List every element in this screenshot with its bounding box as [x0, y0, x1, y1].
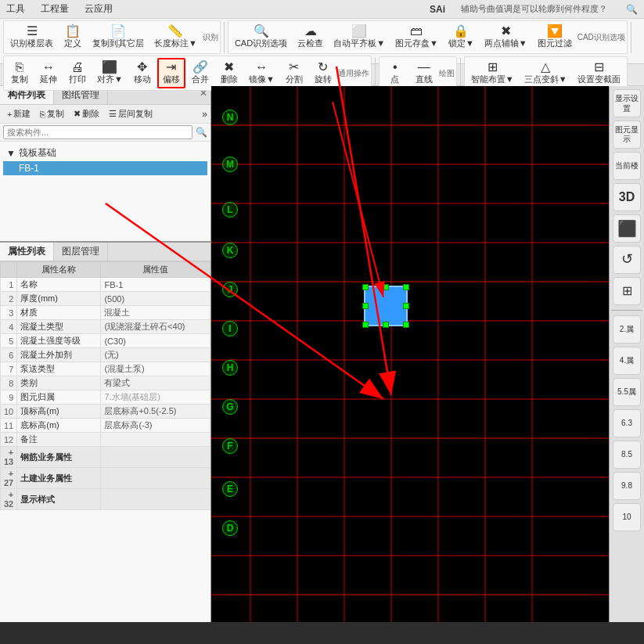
right-item-9p8[interactable]: 9.8	[613, 472, 641, 500]
prop-value-cell[interactable]: (C30)	[101, 334, 210, 348]
define-btn[interactable]: 📋 定义	[59, 23, 87, 52]
set-section-btn[interactable]: ⊟ 设置变截面	[573, 59, 625, 88]
handle-bl[interactable]	[362, 322, 369, 328]
menu-cloud[interactable]: 云应用	[81, 1, 116, 17]
display-settings-btn[interactable]: 显示设置	[613, 89, 641, 117]
prop-row-num: 12	[1, 433, 17, 447]
axis-L: L	[222, 202, 238, 218]
copy-between-layers-btn[interactable]: ☰ 层间复制	[105, 106, 157, 121]
set-section-label: 设置变截面	[577, 74, 621, 85]
handle-ml[interactable]	[362, 303, 369, 309]
line-btn[interactable]: — 直线	[410, 59, 438, 88]
right-item-4[interactable]: 4.属	[613, 347, 641, 375]
foundation-element[interactable]	[364, 286, 408, 326]
table-row[interactable]: + 32显示样式	[1, 489, 210, 510]
identify-layer-btn[interactable]: ☰ 识别楼层表	[5, 23, 58, 52]
right-item-2p5[interactable]: 2.属	[613, 315, 641, 344]
prop-name-cell: 类别	[17, 376, 101, 390]
prop-value-cell[interactable]: 层底标高+0.5(-2.5)	[101, 405, 210, 419]
extend-btn[interactable]: ↔ 延伸	[34, 59, 63, 88]
prop-value-cell[interactable]: FB-1	[101, 278, 210, 292]
view-3d-btn[interactable]: 3D	[613, 183, 641, 211]
prop-value-cell[interactable]: 7.水墙(基础层)	[101, 390, 210, 405]
two-axis-btn[interactable]: ✖ 两点辅轴▼	[480, 23, 532, 52]
group-expand-icon[interactable]: +	[9, 469, 13, 478]
prop-name-cell: 图元归属	[17, 390, 101, 405]
right-item-5p3[interactable]: 5.5属	[613, 378, 641, 406]
prop-name-cell: 土建业务属性	[17, 468, 101, 489]
prop-value-cell[interactable]: (无)	[101, 348, 210, 362]
cad-identify-btn[interactable]: 🔍 CAD识别选项	[230, 23, 292, 52]
table-row[interactable]: + 27土建业务属性	[1, 468, 210, 489]
three-point-deform-label: 三点变斜▼	[524, 74, 567, 85]
prop-value-cell[interactable]: 层底标高(-3)	[101, 419, 210, 433]
prop-value-cell[interactable]	[101, 468, 210, 489]
handle-tl[interactable]	[362, 284, 369, 290]
handle-br[interactable]	[403, 322, 409, 328]
prop-value-cell[interactable]: 有梁式	[101, 376, 210, 390]
align-icon: ⬛	[102, 61, 117, 74]
smart-arrange-btn[interactable]: ⊞ 智能布置▼	[466, 59, 519, 88]
mirror-btn[interactable]: ↔ 镜像▼	[244, 59, 279, 88]
handle-tr[interactable]	[403, 284, 409, 290]
search-icon2[interactable]: 🔍	[196, 127, 207, 138]
component-search-input[interactable]	[3, 125, 192, 139]
tab-attributes[interactable]: 属性列表	[0, 243, 54, 261]
merge-btn[interactable]: 🔗 合并	[186, 59, 214, 88]
expand-panel-btn[interactable]: »	[202, 109, 207, 120]
copy-btn[interactable]: ⎘ 复制	[5, 59, 34, 88]
point-btn[interactable]: • 点	[381, 59, 409, 88]
view-cube-btn[interactable]: ⬛	[613, 214, 641, 243]
copy-to-layer-btn[interactable]: 📄 复制到其它层	[88, 23, 149, 52]
canvas-area[interactable]: N M L K J I H G F E D	[211, 86, 609, 622]
cloud-check-btn[interactable]: ☁ 云检查	[293, 23, 328, 52]
prop-value-cell[interactable]: (500)	[101, 292, 210, 306]
align-btn[interactable]: ⬛ 对齐▼	[92, 59, 128, 88]
group-expand-icon[interactable]: +	[9, 448, 13, 457]
delete-btn[interactable]: ✖ 删除	[215, 59, 243, 88]
lock-btn[interactable]: 🔒 锁定▼	[444, 23, 479, 52]
element-filter-btn[interactable]: 🔽 图元过滤	[533, 23, 577, 52]
element-storage-btn[interactable]: 🗃 图元存盘▼	[390, 23, 443, 52]
print-btn[interactable]: 🖨 打印	[63, 59, 92, 88]
copy-between-layers-icon: ☰	[109, 109, 117, 119]
prop-value-cell[interactable]	[101, 489, 210, 510]
right-item-8p5[interactable]: 8.5	[613, 441, 641, 469]
copy-component-btn[interactable]: ⎘ 复制	[36, 106, 68, 121]
three-point-deform-btn[interactable]: △ 三点变斜▼	[520, 59, 572, 88]
tree-item-raft[interactable]: ▼ 筏板基础	[3, 145, 207, 161]
menu-tool[interactable]: 工具	[3, 1, 28, 17]
auto-level-btn[interactable]: ⬜ 自动平齐板▼	[329, 23, 390, 52]
offset-btn[interactable]: ⇥ 偏移	[157, 58, 185, 88]
tree-item-fb1[interactable]: FB-1	[3, 161, 207, 175]
current-layer-btn[interactable]: 当前楼	[613, 152, 641, 180]
rotate-btn[interactable]: ↻ 旋转	[309, 59, 337, 88]
group-expand-icon[interactable]: +	[9, 490, 13, 499]
handle-mr[interactable]	[403, 303, 409, 309]
new-icon: +	[7, 110, 12, 119]
menu-engineering[interactable]: 工程量	[38, 1, 72, 17]
length-mark-btn[interactable]: 📏 长度标注▼	[149, 23, 202, 52]
prop-value-cell[interactable]	[101, 433, 210, 447]
new-component-btn[interactable]: + 新建	[3, 106, 34, 121]
search-icon[interactable]: 🔍	[623, 2, 641, 16]
handle-tc[interactable]	[383, 284, 389, 290]
right-item-10[interactable]: 10	[613, 503, 641, 531]
prop-value-cell[interactable]: (混凝土泵)	[101, 362, 210, 376]
layer-settings-btn[interactable]: ⊞	[613, 277, 641, 305]
prop-value-cell[interactable]: 混凝土	[101, 306, 210, 320]
set-section-icon: ⊟	[594, 61, 604, 74]
handle-bc[interactable]	[383, 322, 389, 328]
prop-row-num: 9	[1, 390, 17, 405]
right-item-6p3[interactable]: 6.3	[613, 409, 641, 437]
split-btn[interactable]: ✂ 分割	[280, 59, 308, 88]
table-row[interactable]: + 13钢筋业务属性	[1, 447, 210, 468]
figure-display-btn[interactable]: 图元显示	[613, 121, 641, 149]
delete-component-btn[interactable]: ✖ 删除	[70, 106, 103, 121]
rotate-btn[interactable]: ↺	[613, 246, 641, 274]
tab-layer-management[interactable]: 图层管理	[54, 243, 108, 261]
table-row: 12备注	[1, 433, 210, 447]
move-btn[interactable]: ✥ 移动	[128, 59, 157, 88]
prop-value-cell[interactable]	[101, 447, 210, 468]
prop-value-cell[interactable]: (现浇混凝土碎石<40)	[101, 320, 210, 334]
